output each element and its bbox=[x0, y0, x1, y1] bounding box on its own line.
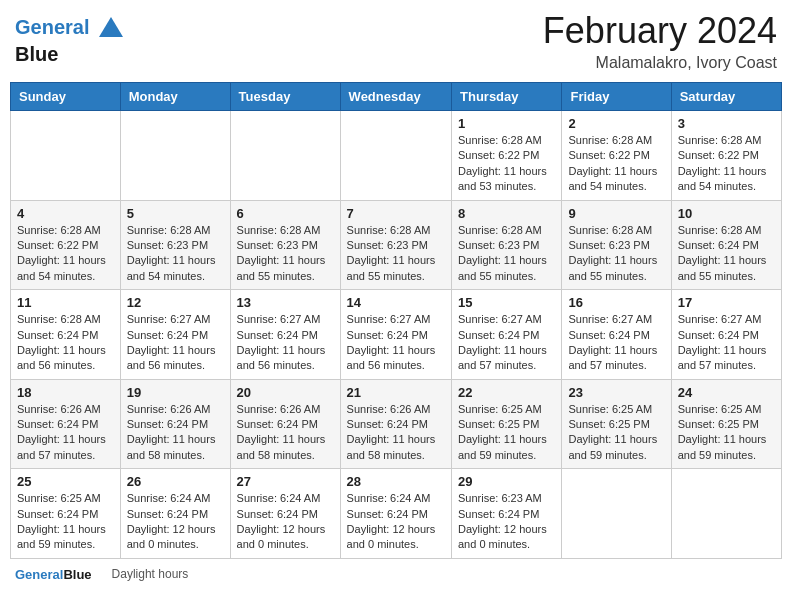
day-number: 15 bbox=[458, 295, 555, 310]
header: General Blue February 2024 Malamalakro, … bbox=[10, 10, 782, 72]
calendar-cell: 23Sunrise: 6:25 AMSunset: 6:25 PMDayligh… bbox=[562, 379, 671, 469]
calendar-cell: 1Sunrise: 6:28 AMSunset: 6:22 PMDaylight… bbox=[452, 111, 562, 201]
day-number: 8 bbox=[458, 206, 555, 221]
day-number: 10 bbox=[678, 206, 775, 221]
dow-wednesday: Wednesday bbox=[340, 83, 451, 111]
day-number: 17 bbox=[678, 295, 775, 310]
week-row-1: 1Sunrise: 6:28 AMSunset: 6:22 PMDaylight… bbox=[11, 111, 782, 201]
calendar-cell: 16Sunrise: 6:27 AMSunset: 6:24 PMDayligh… bbox=[562, 290, 671, 380]
calendar-cell bbox=[11, 111, 121, 201]
logo: General Blue bbox=[15, 15, 125, 65]
day-info: Sunrise: 6:28 AMSunset: 6:23 PMDaylight:… bbox=[127, 223, 224, 285]
day-info: Sunrise: 6:26 AMSunset: 6:24 PMDaylight:… bbox=[237, 402, 334, 464]
calendar-cell: 19Sunrise: 6:26 AMSunset: 6:24 PMDayligh… bbox=[120, 379, 230, 469]
calendar-cell bbox=[562, 469, 671, 559]
day-info: Sunrise: 6:26 AMSunset: 6:24 PMDaylight:… bbox=[347, 402, 445, 464]
day-number: 19 bbox=[127, 385, 224, 400]
calendar-cell: 15Sunrise: 6:27 AMSunset: 6:24 PMDayligh… bbox=[452, 290, 562, 380]
logo-general: General bbox=[15, 16, 89, 38]
calendar-cell: 9Sunrise: 6:28 AMSunset: 6:23 PMDaylight… bbox=[562, 200, 671, 290]
dow-sunday: Sunday bbox=[11, 83, 121, 111]
day-number: 21 bbox=[347, 385, 445, 400]
calendar-cell: 10Sunrise: 6:28 AMSunset: 6:24 PMDayligh… bbox=[671, 200, 781, 290]
day-info: Sunrise: 6:27 AMSunset: 6:24 PMDaylight:… bbox=[237, 312, 334, 374]
day-info: Sunrise: 6:26 AMSunset: 6:24 PMDaylight:… bbox=[17, 402, 114, 464]
calendar-cell bbox=[120, 111, 230, 201]
calendar-cell: 7Sunrise: 6:28 AMSunset: 6:23 PMDaylight… bbox=[340, 200, 451, 290]
week-row-3: 11Sunrise: 6:28 AMSunset: 6:24 PMDayligh… bbox=[11, 290, 782, 380]
day-info: Sunrise: 6:24 AMSunset: 6:24 PMDaylight:… bbox=[347, 491, 445, 553]
week-row-4: 18Sunrise: 6:26 AMSunset: 6:24 PMDayligh… bbox=[11, 379, 782, 469]
calendar-cell: 20Sunrise: 6:26 AMSunset: 6:24 PMDayligh… bbox=[230, 379, 340, 469]
dow-thursday: Thursday bbox=[452, 83, 562, 111]
location-title: Malamalakro, Ivory Coast bbox=[543, 54, 777, 72]
day-info: Sunrise: 6:25 AMSunset: 6:25 PMDaylight:… bbox=[568, 402, 664, 464]
logo-blue: Blue bbox=[15, 43, 125, 65]
day-number: 23 bbox=[568, 385, 664, 400]
calendar: SundayMondayTuesdayWednesdayThursdayFrid… bbox=[10, 82, 782, 559]
day-number: 18 bbox=[17, 385, 114, 400]
calendar-cell: 11Sunrise: 6:28 AMSunset: 6:24 PMDayligh… bbox=[11, 290, 121, 380]
dow-friday: Friday bbox=[562, 83, 671, 111]
day-number: 20 bbox=[237, 385, 334, 400]
day-info: Sunrise: 6:25 AMSunset: 6:24 PMDaylight:… bbox=[17, 491, 114, 553]
calendar-cell bbox=[671, 469, 781, 559]
calendar-cell: 18Sunrise: 6:26 AMSunset: 6:24 PMDayligh… bbox=[11, 379, 121, 469]
day-of-week-header: SundayMondayTuesdayWednesdayThursdayFrid… bbox=[11, 83, 782, 111]
day-info: Sunrise: 6:28 AMSunset: 6:24 PMDaylight:… bbox=[678, 223, 775, 285]
day-number: 16 bbox=[568, 295, 664, 310]
calendar-cell: 2Sunrise: 6:28 AMSunset: 6:22 PMDaylight… bbox=[562, 111, 671, 201]
day-number: 29 bbox=[458, 474, 555, 489]
day-number: 6 bbox=[237, 206, 334, 221]
calendar-cell: 3Sunrise: 6:28 AMSunset: 6:22 PMDaylight… bbox=[671, 111, 781, 201]
calendar-cell: 21Sunrise: 6:26 AMSunset: 6:24 PMDayligh… bbox=[340, 379, 451, 469]
month-title: February 2024 bbox=[543, 10, 777, 52]
calendar-cell: 5Sunrise: 6:28 AMSunset: 6:23 PMDaylight… bbox=[120, 200, 230, 290]
day-number: 22 bbox=[458, 385, 555, 400]
title-area: February 2024 Malamalakro, Ivory Coast bbox=[543, 10, 777, 72]
day-info: Sunrise: 6:28 AMSunset: 6:22 PMDaylight:… bbox=[678, 133, 775, 195]
day-number: 25 bbox=[17, 474, 114, 489]
calendar-cell: 27Sunrise: 6:24 AMSunset: 6:24 PMDayligh… bbox=[230, 469, 340, 559]
calendar-cell: 17Sunrise: 6:27 AMSunset: 6:24 PMDayligh… bbox=[671, 290, 781, 380]
day-number: 26 bbox=[127, 474, 224, 489]
day-number: 11 bbox=[17, 295, 114, 310]
day-number: 5 bbox=[127, 206, 224, 221]
day-info: Sunrise: 6:28 AMSunset: 6:22 PMDaylight:… bbox=[17, 223, 114, 285]
calendar-cell: 12Sunrise: 6:27 AMSunset: 6:24 PMDayligh… bbox=[120, 290, 230, 380]
day-info: Sunrise: 6:25 AMSunset: 6:25 PMDaylight:… bbox=[458, 402, 555, 464]
week-row-5: 25Sunrise: 6:25 AMSunset: 6:24 PMDayligh… bbox=[11, 469, 782, 559]
day-number: 28 bbox=[347, 474, 445, 489]
dow-saturday: Saturday bbox=[671, 83, 781, 111]
day-info: Sunrise: 6:28 AMSunset: 6:22 PMDaylight:… bbox=[568, 133, 664, 195]
day-info: Sunrise: 6:28 AMSunset: 6:23 PMDaylight:… bbox=[347, 223, 445, 285]
calendar-cell: 14Sunrise: 6:27 AMSunset: 6:24 PMDayligh… bbox=[340, 290, 451, 380]
calendar-cell: 6Sunrise: 6:28 AMSunset: 6:23 PMDaylight… bbox=[230, 200, 340, 290]
day-number: 13 bbox=[237, 295, 334, 310]
week-row-2: 4Sunrise: 6:28 AMSunset: 6:22 PMDaylight… bbox=[11, 200, 782, 290]
svg-marker-0 bbox=[99, 17, 123, 37]
day-info: Sunrise: 6:27 AMSunset: 6:24 PMDaylight:… bbox=[678, 312, 775, 374]
day-number: 27 bbox=[237, 474, 334, 489]
day-info: Sunrise: 6:28 AMSunset: 6:23 PMDaylight:… bbox=[237, 223, 334, 285]
day-info: Sunrise: 6:24 AMSunset: 6:24 PMDaylight:… bbox=[127, 491, 224, 553]
day-number: 2 bbox=[568, 116, 664, 131]
dow-monday: Monday bbox=[120, 83, 230, 111]
day-number: 14 bbox=[347, 295, 445, 310]
calendar-cell: 22Sunrise: 6:25 AMSunset: 6:25 PMDayligh… bbox=[452, 379, 562, 469]
calendar-cell: 24Sunrise: 6:25 AMSunset: 6:25 PMDayligh… bbox=[671, 379, 781, 469]
calendar-cell: 8Sunrise: 6:28 AMSunset: 6:23 PMDaylight… bbox=[452, 200, 562, 290]
calendar-cell: 28Sunrise: 6:24 AMSunset: 6:24 PMDayligh… bbox=[340, 469, 451, 559]
footer: GeneralBlue Daylight hours bbox=[10, 567, 782, 582]
day-info: Sunrise: 6:27 AMSunset: 6:24 PMDaylight:… bbox=[347, 312, 445, 374]
calendar-cell: 25Sunrise: 6:25 AMSunset: 6:24 PMDayligh… bbox=[11, 469, 121, 559]
logo-icon bbox=[97, 15, 125, 43]
calendar-cell: 4Sunrise: 6:28 AMSunset: 6:22 PMDaylight… bbox=[11, 200, 121, 290]
day-info: Sunrise: 6:27 AMSunset: 6:24 PMDaylight:… bbox=[127, 312, 224, 374]
day-info: Sunrise: 6:26 AMSunset: 6:24 PMDaylight:… bbox=[127, 402, 224, 464]
day-number: 9 bbox=[568, 206, 664, 221]
dow-tuesday: Tuesday bbox=[230, 83, 340, 111]
calendar-cell bbox=[340, 111, 451, 201]
day-number: 3 bbox=[678, 116, 775, 131]
day-info: Sunrise: 6:27 AMSunset: 6:24 PMDaylight:… bbox=[458, 312, 555, 374]
